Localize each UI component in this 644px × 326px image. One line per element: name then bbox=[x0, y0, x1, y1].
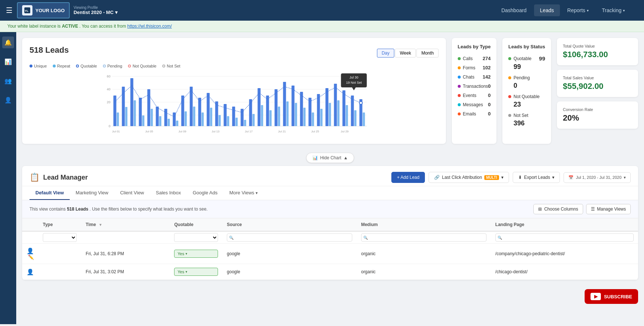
sidebar-icon-users[interactable]: 👥 bbox=[2, 75, 14, 87]
svg-rect-70 bbox=[363, 112, 365, 126]
svg-rect-52 bbox=[286, 101, 288, 126]
chart-tab-week[interactable]: Week bbox=[395, 49, 416, 58]
status-row-quotable[interactable]: Quotable 99 bbox=[508, 54, 545, 63]
youtube-subscribe-button[interactable]: SUBSCRIBE bbox=[585, 289, 638, 304]
legend-not-quotable: Not Quotable bbox=[128, 64, 156, 68]
nav-link-reports[interactable]: Reports ▾ bbox=[561, 4, 595, 16]
legend-not-set: Not Set bbox=[162, 64, 180, 68]
attribution-button[interactable]: 🔗 Last Click Attribution MULTI ▾ bbox=[429, 172, 509, 183]
th-quotable[interactable]: Quotable bbox=[170, 218, 222, 231]
chart-tab-month[interactable]: Month bbox=[416, 49, 438, 58]
edit-icon[interactable]: ✏️ bbox=[28, 254, 34, 260]
svg-rect-67 bbox=[351, 96, 354, 126]
add-lead-button[interactable]: + Add Lead bbox=[391, 172, 425, 183]
hide-chart-button[interactable]: 📊 Hide Chart ▲ bbox=[306, 153, 354, 163]
source-filter[interactable] bbox=[227, 233, 352, 242]
left-sidebar: 🔔 📊 👥 👤 bbox=[0, 32, 16, 324]
quotable-badge[interactable]: Yes ▾ bbox=[174, 268, 218, 276]
hamburger-menu[interactable]: ☰ bbox=[6, 6, 13, 15]
total-sales-value: $55,902.00 bbox=[563, 82, 632, 91]
type-row-calls[interactable]: Calls 274 bbox=[458, 54, 491, 63]
svg-rect-53 bbox=[291, 86, 294, 126]
leads-by-type-title: Leads by Type bbox=[458, 44, 491, 49]
svg-rect-49 bbox=[274, 89, 277, 126]
tab-client-view[interactable]: Client View bbox=[114, 186, 150, 200]
tab-sales-inbox[interactable]: Sales Inbox bbox=[150, 186, 187, 200]
th-medium[interactable]: Medium bbox=[357, 218, 491, 231]
svg-rect-31 bbox=[198, 98, 201, 126]
conversion-rate-label: Conversion Rate bbox=[563, 107, 632, 112]
svg-text:Jul 13: Jul 13 bbox=[212, 130, 220, 133]
type-filter[interactable] bbox=[43, 233, 77, 242]
date-range-button[interactable]: 📅 Jul 1, 2020 - Jul 31, 2020 ▾ bbox=[564, 172, 631, 183]
active-badge: ACTIVE bbox=[62, 24, 78, 29]
svg-text:Jul 25: Jul 25 bbox=[311, 130, 319, 133]
search-icon: 🔍 bbox=[498, 236, 502, 240]
svg-rect-30 bbox=[193, 107, 195, 126]
chevron-down-icon: ▾ bbox=[186, 270, 187, 274]
leads-chart-card: 518 Leads Day Week Month Unique Repeat Q… bbox=[22, 38, 446, 144]
manage-views-button[interactable]: ☰ Manage Views bbox=[586, 204, 631, 214]
lead-landing-page: /chicago-dentist/ bbox=[491, 264, 638, 280]
pending-count-large: 0 bbox=[508, 82, 545, 90]
leads-table: Type Time ▼ Quotable Source bbox=[22, 218, 638, 280]
landing-page-filter[interactable] bbox=[495, 233, 634, 242]
sidebar-icon-notifications[interactable]: 🔔 bbox=[2, 37, 14, 48]
nav-link-leads[interactable]: Leads bbox=[534, 4, 560, 16]
nav-link-tracking[interactable]: Tracking ▾ bbox=[596, 4, 631, 16]
quotable-filter[interactable] bbox=[174, 233, 218, 242]
svg-text:Jul 09: Jul 09 bbox=[179, 130, 187, 133]
sidebar-icon-dashboard[interactable]: 📊 bbox=[2, 56, 14, 67]
type-row-forms[interactable]: Forms 102 bbox=[458, 63, 491, 72]
chevron-down-icon: ▾ bbox=[552, 175, 554, 180]
status-row-not-quotable[interactable]: Not Quotable bbox=[508, 93, 545, 101]
svg-rect-32 bbox=[201, 112, 204, 126]
download-icon: ⬇ bbox=[518, 175, 522, 180]
svg-rect-59 bbox=[317, 94, 320, 126]
type-row-transactions[interactable]: Transactions 0 bbox=[458, 82, 491, 91]
profile-selector[interactable]: Dentist 2020 - MC ▾ bbox=[73, 10, 117, 15]
lead-manager-icon: 📋 bbox=[30, 173, 39, 182]
svg-rect-46 bbox=[261, 105, 263, 126]
export-leads-button[interactable]: ⬇ Export Leads ▾ bbox=[513, 172, 560, 183]
th-type[interactable]: Type bbox=[38, 218, 81, 231]
nav-link-dashboard[interactable]: Dashboard bbox=[495, 4, 533, 16]
svg-rect-20 bbox=[150, 109, 153, 126]
svg-marker-75 bbox=[352, 87, 356, 90]
tab-default-view[interactable]: Default View bbox=[30, 186, 70, 200]
choose-columns-button[interactable]: ⊞ Choose Columns bbox=[533, 204, 583, 214]
svg-rect-29 bbox=[190, 87, 193, 126]
quotable-badge[interactable]: Yes ▾ bbox=[174, 250, 218, 258]
filter-row: 🔍 🔍 bbox=[22, 231, 638, 244]
sidebar-icon-profile[interactable]: 👤 bbox=[2, 94, 14, 106]
leads-count: 518 Leads bbox=[67, 207, 88, 212]
table-row[interactable]: 👤 ✏️ Fri, Jul 31, 6:28 PM Yes ▾ bbox=[22, 244, 638, 264]
svg-rect-14 bbox=[125, 107, 127, 126]
th-time[interactable]: Time ▼ bbox=[81, 218, 170, 231]
svg-text:YL: YL bbox=[25, 9, 28, 13]
status-row-not-set[interactable]: Not Set bbox=[508, 111, 545, 119]
svg-point-71 bbox=[359, 101, 362, 104]
svg-text:Jul 05: Jul 05 bbox=[145, 130, 153, 133]
svg-rect-39 bbox=[232, 107, 235, 126]
th-landing-page[interactable]: Landing Page bbox=[491, 218, 638, 231]
table-row[interactable]: 👤 Fri, Jul 31, 3:02 PM Yes ▾ google bbox=[22, 264, 638, 280]
chart-title: 518 Leads bbox=[30, 45, 69, 55]
type-row-messages[interactable]: Messages 0 bbox=[458, 100, 491, 109]
tab-marketing-view[interactable]: Marketing View bbox=[70, 186, 114, 200]
type-row-chats[interactable]: Chats 142 bbox=[458, 72, 491, 82]
svg-rect-42 bbox=[244, 120, 246, 126]
svg-rect-44 bbox=[252, 114, 255, 126]
chart-tab-day[interactable]: Day bbox=[377, 49, 394, 58]
svg-rect-28 bbox=[184, 111, 187, 126]
status-row-pending[interactable]: Pending bbox=[508, 74, 545, 82]
tab-more-views[interactable]: More Views ▾ bbox=[224, 186, 264, 200]
type-row-events[interactable]: Events 0 bbox=[458, 91, 491, 100]
white-label-link[interactable]: https://wl.thisicon.com/ bbox=[127, 24, 172, 29]
search-icon: 🔍 bbox=[363, 236, 368, 240]
type-row-emails[interactable]: Emails 0 bbox=[458, 109, 491, 118]
svg-text:Jul 21: Jul 21 bbox=[278, 130, 286, 133]
tab-google-ads[interactable]: Google Ads bbox=[187, 186, 223, 200]
medium-filter[interactable] bbox=[361, 233, 487, 242]
th-source[interactable]: Source bbox=[222, 218, 357, 231]
